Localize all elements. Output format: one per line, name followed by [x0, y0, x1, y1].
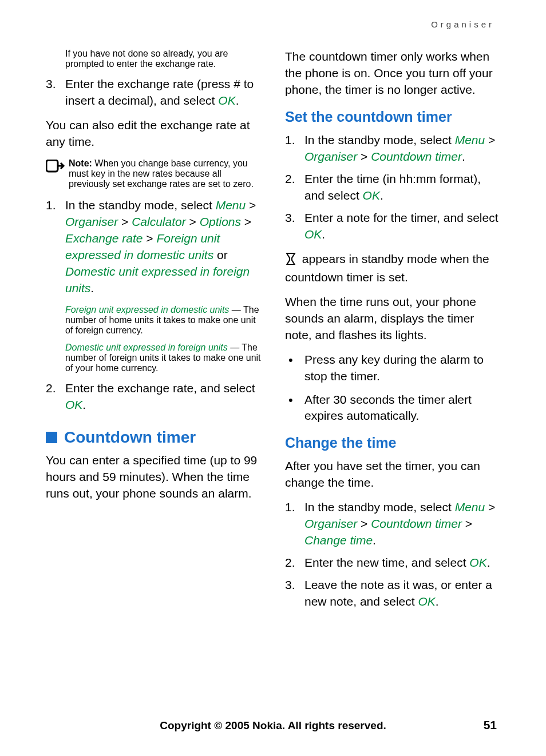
ui-path-item: OK [469, 556, 486, 569]
path-sep: > [246, 198, 256, 212]
subsection-heading: Change the time [285, 435, 500, 451]
path-sep: > [186, 215, 200, 228]
list-item: 3. Leave the note as it was, or enter a … [285, 577, 500, 610]
body-text: . [82, 398, 86, 411]
list-marker: 2. [285, 171, 295, 188]
ui-path-item: Organiser [65, 215, 118, 228]
note-icon [46, 160, 69, 178]
list-item: 1. In the standby mode, select Menu > Or… [285, 132, 500, 165]
body-text: Leave the note as it was, or enter a new… [304, 578, 492, 608]
ui-path-item: Organiser [304, 150, 357, 163]
subsection-heading: Set the countdown timer [285, 109, 500, 125]
list-item: 2. Enter the new time, and select OK. [285, 555, 500, 571]
list-marker: 3. [285, 210, 295, 226]
ui-path-item: Options [200, 215, 241, 228]
ui-path-item: Calculator [132, 215, 186, 228]
ui-path-item: Countdown timer [371, 517, 462, 530]
body-text: . [462, 150, 465, 163]
body-text: . [322, 228, 325, 241]
path-sep: > [357, 150, 371, 163]
footer-copyright: Copyright © 2005 Nokia. All rights reser… [0, 719, 546, 732]
list-item: 1. In the standby mode, select Menu > Or… [285, 499, 500, 549]
body-text: After you have set the timer, you can ch… [285, 458, 500, 491]
note-text: Note: When you change base currency, you… [69, 158, 261, 189]
body-text: . [373, 534, 376, 547]
body-text: Enter the exchange rate, and select [65, 381, 255, 395]
path-sep: > [485, 133, 495, 146]
ui-path-item: OK [363, 189, 380, 202]
ui-path-item: OK [218, 94, 235, 107]
ui-path-item: Menu [216, 198, 246, 212]
path-sep: > [485, 500, 495, 514]
body-text: . [436, 595, 439, 608]
list-marker: 1. [285, 132, 295, 149]
list-marker: 2. [46, 380, 56, 397]
list-item: Press any key during the alarm to stop t… [285, 352, 500, 385]
body-text: or [213, 248, 228, 261]
body-text: When the time runs out, your phone sound… [285, 294, 500, 344]
list-item: 1. In the standby mode, select Menu > Or… [46, 197, 261, 297]
ui-path-item: OK [304, 228, 322, 241]
body-text: In the standby mode, select [304, 133, 455, 146]
body-text: . [90, 281, 94, 295]
path-sep: > [357, 517, 371, 530]
list-item: 2. Enter the time (in hh:mm format), and… [285, 171, 500, 204]
body-text: Foreign unit expressed in domestic units… [46, 305, 261, 336]
list-marker: 3. [285, 577, 295, 594]
note-label: Note: [69, 158, 92, 168]
body-text: If you have not done so already, you are… [46, 49, 261, 69]
ui-path-item: Menu [455, 133, 485, 146]
ui-path-item: Organiser [304, 517, 357, 530]
list-item: 3. Enter a note for the timer, and selec… [285, 210, 500, 243]
body-text: appears in standby mode when the countdo… [285, 251, 500, 286]
body-text: In the standby mode, select [304, 500, 455, 514]
body-text: . [236, 94, 239, 107]
body-text: You can also edit the exchange rate at a… [46, 117, 261, 150]
path-sep: > [241, 215, 251, 228]
list-item: 2. Enter the exchange rate, and select O… [46, 380, 261, 413]
ui-path-item: Exchange rate [65, 232, 143, 245]
path-sep: > [462, 517, 472, 530]
running-header: Organiser [46, 19, 494, 29]
ui-path-item: OK [418, 595, 435, 608]
ui-path-item: Countdown timer [371, 150, 462, 163]
list-marker: 2. [285, 555, 295, 571]
path-sep: > [118, 215, 132, 228]
section-heading: Countdown timer [64, 428, 196, 447]
timer-indicator-icon [285, 252, 296, 269]
body-text: The countdown timer only works when the … [285, 49, 500, 98]
body-text: . [380, 189, 383, 202]
list-item: 3. Enter the exchange rate (press # to i… [46, 76, 261, 109]
body-text: Enter a note for the timer, and select [304, 211, 498, 224]
body-text: Domestic unit expressed in foreign units… [46, 343, 261, 373]
list-marker: 1. [285, 499, 295, 516]
ui-path-item: OK [65, 398, 82, 411]
page-number: 51 [484, 718, 497, 732]
body-text: appears in standby mode when the countdo… [285, 252, 489, 284]
ui-path-item: Menu [455, 500, 485, 514]
svg-rect-0 [46, 160, 58, 172]
list-marker: 1. [46, 197, 56, 214]
body-text: In the standby mode, select [65, 198, 216, 212]
body-text: Enter the time (in hh:mm format), and se… [304, 172, 481, 202]
term: Domestic unit expressed in foreign units [65, 343, 228, 352]
ui-path-item: Change time [304, 534, 373, 547]
body-text: You can enter a specified time (up to 99… [46, 452, 261, 502]
list-marker: 3. [46, 76, 56, 93]
path-sep: > [143, 232, 156, 245]
body-text: Enter the new time, and select [304, 556, 469, 569]
body-text: When you change base currency, you must … [69, 158, 254, 189]
section-bullet-icon [46, 432, 57, 443]
term: Foreign unit expressed in domestic units [65, 305, 229, 315]
list-item: After 30 seconds the timer alert expires… [285, 392, 500, 425]
body-text: . [487, 556, 490, 569]
